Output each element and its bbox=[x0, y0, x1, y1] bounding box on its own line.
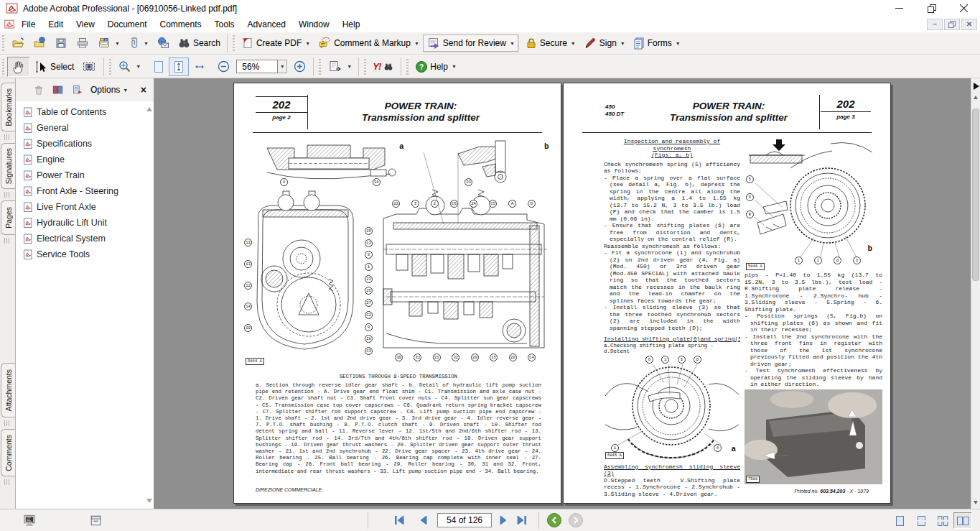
vertical-scrollbar[interactable] bbox=[971, 78, 980, 509]
page-tray-button[interactable] bbox=[86, 512, 105, 529]
scrollbar-thumb[interactable] bbox=[972, 108, 979, 281]
scroll-up-arrow-icon[interactable] bbox=[146, 107, 152, 111]
bookmark-item[interactable]: Front Axle - Steering bbox=[17, 183, 145, 199]
continuous-layout-button[interactable] bbox=[912, 512, 930, 529]
search-button[interactable]: Search bbox=[174, 34, 224, 52]
single-page-layout-button[interactable] bbox=[890, 512, 909, 529]
bookmark-item[interactable]: Electrical System bbox=[17, 231, 145, 246]
menu-item[interactable]: Comments bbox=[154, 18, 208, 31]
tab-bookmarks[interactable]: Bookmarks bbox=[1, 83, 15, 131]
zoom-tool-dropdown[interactable]: ▼ bbox=[136, 64, 141, 69]
attach-dropdown[interactable]: ▼ bbox=[144, 41, 149, 46]
page-display-dropdown[interactable]: ▼ bbox=[347, 64, 352, 69]
bookmark-item[interactable]: Live Front Axle bbox=[17, 199, 145, 215]
window-minimize-button[interactable] bbox=[883, 1, 915, 17]
previous-page-button[interactable] bbox=[418, 514, 429, 529]
window-restore-button[interactable] bbox=[915, 1, 948, 17]
next-page-button[interactable] bbox=[498, 514, 509, 529]
open-button[interactable] bbox=[7, 34, 29, 52]
next-view-button[interactable] bbox=[569, 513, 583, 527]
forms-button[interactable]: Forms▼ bbox=[629, 34, 684, 52]
scroll-down-button[interactable] bbox=[974, 501, 978, 504]
fullscreen-button[interactable] bbox=[20, 512, 39, 529]
document-close-button[interactable]: ✕ bbox=[961, 19, 977, 30]
zoom-in-button[interactable] bbox=[289, 57, 310, 75]
document-restore-button[interactable] bbox=[944, 19, 960, 30]
save-button[interactable] bbox=[50, 34, 72, 52]
toolbar-grip[interactable] bbox=[233, 35, 235, 51]
menu-item[interactable]: Tools bbox=[208, 18, 241, 31]
menu-item[interactable]: Document bbox=[101, 18, 154, 31]
options-button[interactable]: Options bbox=[90, 85, 120, 95]
create-pdf-button[interactable]: Create PDF▼ bbox=[238, 34, 314, 52]
toolbar-grip[interactable] bbox=[109, 59, 111, 75]
scroll-up-button[interactable] bbox=[974, 96, 978, 99]
menu-item[interactable]: Window bbox=[292, 18, 336, 31]
page-display-button[interactable]: ▼ bbox=[324, 57, 355, 76]
bookmark-item[interactable]: Engine bbox=[17, 152, 145, 167]
tab-signatures[interactable]: Signatures bbox=[1, 143, 15, 189]
snapshot-button[interactable] bbox=[78, 57, 101, 76]
document-minimize-button[interactable]: – bbox=[927, 19, 943, 30]
fit-height-button[interactable] bbox=[169, 57, 189, 76]
zoom-tool-button[interactable]: ▼ bbox=[114, 57, 144, 76]
toolbar-grip[interactable] bbox=[364, 59, 366, 75]
tab-comments[interactable]: Comments bbox=[1, 429, 15, 476]
menu-item[interactable]: Help bbox=[336, 18, 367, 31]
menu-item[interactable]: File bbox=[15, 18, 42, 31]
secure-dropdown[interactable]: ▼ bbox=[571, 41, 576, 46]
tab-attachments[interactable]: Attachments bbox=[1, 363, 15, 417]
send-for-review-button[interactable]: Send for Review▼ bbox=[423, 34, 518, 52]
hide-panel-arrow-icon[interactable] bbox=[974, 83, 979, 90]
toolbar-grip[interactable] bbox=[2, 35, 4, 51]
bookmark-item[interactable]: General bbox=[17, 120, 145, 136]
zoom-level-input[interactable]: 56% bbox=[236, 60, 278, 73]
help-button[interactable]: ?Help▼ bbox=[411, 58, 460, 75]
bookmark-item[interactable]: Specifications bbox=[17, 136, 145, 152]
expand-bookmark-icon[interactable] bbox=[52, 84, 64, 96]
bookmarks-scrollbar[interactable] bbox=[145, 104, 154, 507]
bookmark-item[interactable]: Service Tools bbox=[17, 246, 145, 262]
last-page-button[interactable] bbox=[515, 514, 528, 529]
bookmark-item[interactable]: Table of Contents bbox=[17, 104, 145, 120]
email-button[interactable] bbox=[152, 34, 174, 52]
previous-view-button[interactable] bbox=[547, 513, 561, 527]
menu-item[interactable]: Edit bbox=[42, 18, 70, 31]
fit-width-button[interactable] bbox=[189, 57, 210, 76]
help-dropdown[interactable]: ▼ bbox=[452, 64, 457, 69]
secure-button[interactable]: Secure▼ bbox=[521, 34, 579, 52]
toolbar-grip[interactable] bbox=[406, 59, 409, 75]
select-tool-button[interactable]: Select bbox=[30, 57, 78, 76]
first-page-button[interactable] bbox=[393, 514, 406, 529]
scroll-down-arrow-icon[interactable] bbox=[146, 499, 152, 503]
fit-page-button[interactable] bbox=[149, 57, 169, 76]
sign-button[interactable]: Sign▼ bbox=[579, 34, 629, 52]
open-web-button[interactable] bbox=[29, 34, 50, 52]
yahoo-search-button[interactable]: Y! bbox=[369, 59, 398, 74]
forms-dropdown[interactable]: ▼ bbox=[676, 41, 681, 46]
delete-bookmark-icon[interactable] bbox=[33, 84, 45, 96]
bookmark-item[interactable]: Power Train bbox=[17, 167, 145, 183]
comment-markup-dropdown[interactable]: ▼ bbox=[414, 41, 419, 46]
create-pdf-dropdown[interactable]: ▼ bbox=[305, 41, 310, 46]
options-dropdown[interactable]: ▼ bbox=[123, 88, 128, 93]
zoom-out-button[interactable] bbox=[213, 57, 234, 75]
facing-layout-button[interactable] bbox=[953, 512, 972, 529]
tab-pages[interactable]: Pages bbox=[1, 200, 15, 235]
bookmark-item[interactable]: Hydraulic Lift Unit bbox=[17, 215, 145, 231]
new-bookmark-icon[interactable] bbox=[71, 84, 83, 96]
window-close-button[interactable] bbox=[948, 1, 980, 17]
zoom-level-dropdown[interactable]: ▼ bbox=[278, 60, 287, 73]
hand-tool-button[interactable] bbox=[7, 57, 30, 77]
panel-close-button[interactable]: × bbox=[141, 84, 146, 96]
attach-button[interactable]: ▼ bbox=[123, 34, 152, 52]
organizer-button[interactable]: ▼ bbox=[93, 34, 123, 52]
menu-item[interactable]: View bbox=[70, 18, 101, 31]
toolbar-grip[interactable] bbox=[319, 59, 321, 75]
sign-dropdown[interactable]: ▼ bbox=[620, 41, 625, 46]
page-number-input[interactable]: 54 of 126 bbox=[437, 513, 492, 527]
send-for-review-dropdown[interactable]: ▼ bbox=[510, 41, 515, 46]
print-button[interactable] bbox=[72, 34, 93, 52]
toolbar-grip[interactable] bbox=[2, 59, 4, 75]
continuous-facing-layout-button[interactable] bbox=[933, 512, 952, 529]
